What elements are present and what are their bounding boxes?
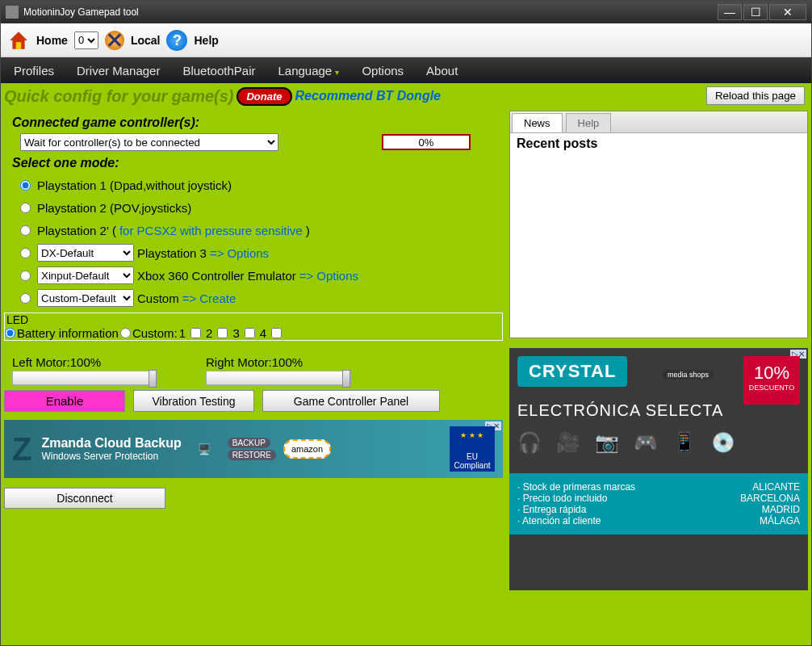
led-1-checkbox[interactable] [190, 328, 201, 338]
side-panel: News Help Recent posts ▷✕ CRYSTAL media … [509, 111, 808, 644]
menu-driver-manager[interactable]: Driver Manager [77, 64, 160, 78]
category-icons: 🎧 🎥 📷 🎮 📱 💿 [517, 431, 800, 454]
led-battery-label: Battery information [17, 326, 119, 340]
mode-xinput-select[interactable]: Xinput-Default [37, 266, 134, 284]
right-motor-label: Right Motor:100% [206, 355, 351, 369]
app-icon [6, 6, 19, 19]
main-panel: Connected game controller(s): Wait for c… [4, 111, 503, 644]
help-icon[interactable]: ? [166, 30, 187, 51]
toolbar: Home 0 Local ? Help [1, 23, 811, 57]
ad-title: Zmanda Cloud Backup [41, 436, 181, 451]
enable-button[interactable]: Enable [4, 390, 125, 412]
menubar: Profiles Driver Manager BluetoothPair La… [1, 57, 811, 83]
crystal-logo: CRYSTAL [517, 356, 627, 387]
tab-news[interactable]: News [512, 113, 563, 132]
disconnect-button[interactable]: Disconnect [4, 488, 165, 509]
left-motor-slider[interactable] [12, 371, 157, 385]
mode-title: Select one mode: [12, 156, 503, 170]
app-window: MotioninJoy Gamepad tool — ☐ ✕ Home 0 Lo… [0, 0, 812, 646]
amazon-icon: amazon [283, 439, 331, 459]
mode-xinput-options-link[interactable]: Options [316, 269, 358, 283]
minimize-button[interactable]: — [718, 4, 742, 20]
zmanda-logo-icon: Z [12, 431, 31, 468]
mode-xinput-radio[interactable] [20, 271, 31, 281]
mode-ps2p-suffix: ) [306, 224, 310, 237]
mode-dx-options-link[interactable]: Options [227, 246, 269, 260]
led-battery-radio[interactable] [5, 328, 15, 338]
led-custom-label: Custom: [132, 326, 178, 340]
side-ad[interactable]: ▷✕ CRYSTAL media shops 10% DESCUENTO ELE… [509, 348, 808, 590]
menu-options[interactable]: Options [362, 64, 404, 78]
game-controller-panel-button[interactable]: Game Controller Panel [262, 390, 440, 412]
discount-badge: 10% DESCUENTO [743, 356, 800, 405]
mode-custom-select[interactable]: Custom-Default [37, 289, 134, 307]
local-icon[interactable] [105, 31, 124, 50]
mode-dx-select[interactable]: DX-Default [37, 244, 134, 262]
mode-ps2-label: Playstation 2 (POV,joysticks) [37, 201, 191, 215]
ad-banner[interactable]: ▷✕ Z Zmanda Cloud Backup Windows Server … [4, 420, 503, 478]
led-custom-radio[interactable] [120, 328, 131, 338]
page-title: Quick config for your game(s) [4, 87, 233, 106]
led-4-checkbox[interactable] [271, 328, 282, 338]
help-label[interactable]: Help [194, 34, 218, 47]
reload-button[interactable]: Reload this page [706, 86, 805, 105]
menu-profiles[interactable]: Profiles [14, 64, 54, 78]
mode-ps2p-prefix: Playstation 2' ( [37, 224, 116, 237]
window-title: MotioninJoy Gamepad tool [23, 6, 718, 18]
camera-video-icon: 🎥 [556, 431, 580, 454]
mode-ps2p-link[interactable]: for PCSX2 with pressure sensitive [119, 224, 303, 237]
led-2-checkbox[interactable] [217, 328, 228, 338]
home-select[interactable]: 0 [74, 31, 98, 49]
mode-ps2p-radio[interactable] [20, 225, 31, 236]
tab-help[interactable]: Help [566, 113, 612, 132]
right-motor-slider[interactable] [206, 371, 351, 385]
donate-button[interactable]: Donate [236, 87, 291, 106]
disc-icon: 💿 [711, 431, 735, 454]
menu-bluetooth-pair[interactable]: BluetoothPair [182, 64, 255, 78]
content-area: Quick config for your game(s) Donate Rec… [1, 83, 811, 645]
news-panel: News Help Recent posts [509, 111, 808, 338]
mode-ps2-radio[interactable] [20, 203, 31, 213]
menu-about[interactable]: About [426, 64, 458, 78]
home-label[interactable]: Home [36, 34, 68, 47]
chevron-down-icon: ▾ [335, 68, 339, 77]
left-motor-label: Left Motor:100% [12, 355, 157, 369]
camera-icon: 📷 [595, 431, 619, 454]
mode-custom-create-link[interactable]: Create [199, 292, 236, 305]
local-label[interactable]: Local [131, 34, 161, 47]
ad-subtitle: Windows Server Protection [41, 451, 181, 462]
menu-language[interactable]: Language ▾ [278, 64, 339, 78]
gamepad-icon: 🎮 [634, 431, 658, 454]
eu-badge: EU Compliant [450, 426, 495, 472]
close-button[interactable]: ✕ [769, 4, 806, 20]
led-title: LED [6, 313, 502, 326]
led-3-checkbox[interactable] [245, 328, 255, 338]
mode-custom-radio[interactable] [20, 293, 31, 304]
home-icon[interactable] [7, 30, 30, 51]
server-icon: 🖥️ [198, 443, 211, 455]
recommend-link[interactable]: Recommend BT Dongle [295, 89, 441, 103]
led-section: LED Battery information Custom: 1 2 3 4 [4, 313, 503, 341]
progress-indicator: 0% [382, 134, 471, 150]
controller-select[interactable]: Wait for controller(s) to be connected [20, 133, 278, 151]
mode-dx-label: Playstation 3 [137, 246, 207, 260]
headphones-icon: 🎧 [517, 431, 542, 454]
news-heading: Recent posts [517, 136, 801, 151]
mode-ps1-label: Playstation 1 (Dpad,without joystick) [37, 178, 232, 192]
phone-icon: 📱 [672, 431, 697, 454]
vibration-testing-button[interactable]: Vibration Testing [133, 390, 254, 412]
maximize-button[interactable]: ☐ [743, 4, 768, 20]
mode-xinput-label: Xbox 360 Controller Emulator [137, 269, 296, 283]
titlebar[interactable]: MotioninJoy Gamepad tool — ☐ ✕ [1, 1, 811, 23]
connected-title: Connected game controller(s): [12, 115, 503, 130]
mode-ps1-radio[interactable] [20, 180, 31, 191]
mode-dx-radio[interactable] [20, 248, 31, 258]
mode-custom-label: Custom [137, 292, 179, 305]
